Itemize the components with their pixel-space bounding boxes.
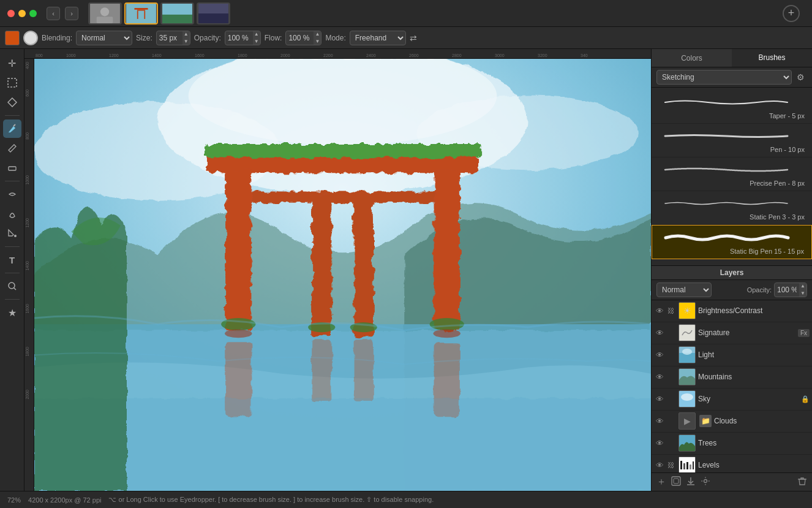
layer-settings-button[interactable] <box>701 476 710 488</box>
eraser-tool-button[interactable] <box>3 159 21 177</box>
doc-thumb-3[interactable] <box>160 2 194 25</box>
layer-opacity-up[interactable]: ▲ <box>799 282 806 290</box>
svg-line-19 <box>13 288 16 290</box>
svg-rect-56 <box>683 463 685 469</box>
tab-colors[interactable]: Colors <box>652 49 732 67</box>
text-tool-button[interactable]: T <box>3 251 21 269</box>
brush-item-wetpen50[interactable]: Wet Pen - 50 px <box>652 259 812 265</box>
painting-canvas[interactable] <box>34 59 651 491</box>
layer-visibility-sig[interactable]: 👁 <box>654 327 665 338</box>
smudge-tool-button[interactable] <box>3 185 21 203</box>
layer-blend-select[interactable]: Normal <box>656 282 712 297</box>
svg-rect-62 <box>674 479 679 483</box>
blending-label: Blending: <box>42 34 72 42</box>
layer-visibility-mountains[interactable]: 👁 <box>654 371 665 382</box>
transform-tool-button[interactable] <box>3 93 21 112</box>
close-button[interactable] <box>7 10 15 17</box>
layer-item-mountains[interactable]: 👁 Mountains <box>652 366 812 389</box>
tab-brushes[interactable]: Brushes <box>732 49 812 67</box>
brush-item-pen10[interactable]: Pen - 10 px <box>652 124 812 157</box>
minimize-button[interactable] <box>18 10 26 17</box>
brushes-settings-button[interactable]: ⚙ <box>794 70 807 85</box>
brush-item-taper[interactable]: Taper - 5 px <box>652 90 812 124</box>
layer-opacity-input[interactable] <box>775 286 799 294</box>
statusbar: 72% 4200 x 2200px @ 72 ppi ⌥ or Long Cli… <box>0 491 812 508</box>
size-stepper[interactable]: ▲ ▼ <box>182 31 190 45</box>
flow-input[interactable] <box>286 34 314 42</box>
size-down[interactable]: ▼ <box>182 38 190 45</box>
primary-color-swatch[interactable] <box>5 31 20 45</box>
flow-stepper[interactable]: ▲ ▼ <box>314 31 321 45</box>
brush-category-select[interactable]: Sketching <box>656 70 792 85</box>
doc-thumb-2[interactable] <box>124 2 158 25</box>
opacity-stepper[interactable]: ▲ ▼ <box>253 31 260 45</box>
brush-name-staticpen3: Static Pen 3 - 3 px <box>659 213 805 221</box>
layer-visibility-trees[interactable]: 👁 <box>654 438 665 449</box>
traffic-lights <box>7 10 37 17</box>
svg-rect-10 <box>162 4 192 15</box>
titlebar: ‹ › <box>0 0 812 27</box>
download-layer-button[interactable] <box>686 476 696 488</box>
mode-select[interactable]: Freehand <box>350 31 405 45</box>
blending-select[interactable]: Normal <box>77 31 132 45</box>
brush-item-staticpen3[interactable]: Static Pen 3 - 3 px <box>652 191 812 225</box>
layer-item-clouds[interactable]: 👁 ▶ 📁 Clouds <box>652 411 812 433</box>
brushes-list: Taper - 5 px Pen - 10 px Precise P <box>652 88 812 265</box>
layer-opacity-stepper[interactable]: ▲ ▼ <box>799 282 806 297</box>
brush-item-precisepen[interactable]: Precise Pen - 8 px <box>652 157 812 191</box>
favorite-tool-button[interactable]: ★ <box>3 303 21 322</box>
group-layers-button[interactable] <box>671 476 681 488</box>
brush-item-staticbigpen15[interactable]: Static Big Pen 15 - 15 px <box>652 225 812 259</box>
layer-visibility-clouds[interactable]: 👁 <box>654 415 665 426</box>
liquify-tool-button[interactable] <box>3 205 21 223</box>
opacity-up[interactable]: ▲ <box>253 31 260 38</box>
layer-item-sig[interactable]: 👁 Signature Fx <box>652 322 812 344</box>
back-button[interactable]: ‹ <box>47 7 60 20</box>
zoom-tool-button[interactable] <box>3 277 21 295</box>
layer-thumb-light <box>679 346 696 363</box>
move-tool-button[interactable]: ✛ <box>3 54 21 72</box>
svg-rect-7 <box>144 10 145 18</box>
svg-point-49 <box>682 349 692 355</box>
layer-thumb-mountains <box>679 368 696 385</box>
fill-tool-button[interactable] <box>3 224 21 243</box>
layer-item-trees[interactable]: 👁 Trees <box>652 433 812 455</box>
doc-thumb-1[interactable] <box>88 2 122 25</box>
paint-tool-button[interactable] <box>3 119 21 138</box>
brush-stroke-staticbigpen15 <box>660 229 804 246</box>
layer-visibility-bc[interactable]: 👁 <box>654 305 665 316</box>
layer-item-levels[interactable]: 👁 ⛓ Levels <box>652 455 812 473</box>
doc-thumb-4[interactable] <box>197 2 230 25</box>
opacity-input[interactable] <box>225 34 253 42</box>
forward-button[interactable]: › <box>65 7 78 20</box>
select-tool-button[interactable] <box>3 74 21 92</box>
opacity-label: Opacity: <box>747 286 772 294</box>
opacity-down[interactable]: ▼ <box>253 38 260 45</box>
size-input[interactable] <box>157 34 182 42</box>
svg-point-65 <box>704 479 707 482</box>
blending-select-group[interactable]: Normal <box>76 31 132 45</box>
flow-up[interactable]: ▲ <box>314 31 321 38</box>
svg-rect-6 <box>137 10 138 18</box>
layers-controls: Normal Opacity: ▲ ▼ <box>652 280 812 300</box>
layer-visibility-levels[interactable]: 👁 <box>654 460 665 471</box>
flow-down[interactable]: ▼ <box>314 38 321 45</box>
layer-visibility-sky[interactable]: 👁 <box>654 393 665 404</box>
layer-item-light[interactable]: 👁 Light <box>652 344 812 366</box>
layer-item-bc[interactable]: 👁 ⛓ ☀ Brightness/Contrast <box>652 300 812 322</box>
layer-opacity-down[interactable]: ▼ <box>799 290 806 297</box>
status-hint: ⌥ or Long Click to use Eyedropper. [ to … <box>108 496 434 504</box>
mode-select-group[interactable]: Freehand <box>350 31 406 45</box>
add-layer-button[interactable]: ＋ <box>656 476 666 488</box>
swap-icon[interactable]: ⇄ <box>410 33 417 43</box>
eyedropper-tool-button[interactable] <box>3 139 21 157</box>
delete-layer-button[interactable] <box>797 476 807 488</box>
maximize-button[interactable] <box>29 10 37 17</box>
add-document-button[interactable]: + <box>783 5 800 22</box>
size-up[interactable]: ▲ <box>182 31 190 38</box>
canvas-container[interactable]: 400 600 800 1000 1200 1400 1600 1800 200… <box>24 59 651 491</box>
svg-rect-9 <box>162 14 192 23</box>
layer-item-sky[interactable]: 👁 Sky 🔒 <box>652 389 812 411</box>
secondary-color-circle[interactable] <box>23 31 38 45</box>
layer-visibility-light[interactable]: 👁 <box>654 349 665 360</box>
